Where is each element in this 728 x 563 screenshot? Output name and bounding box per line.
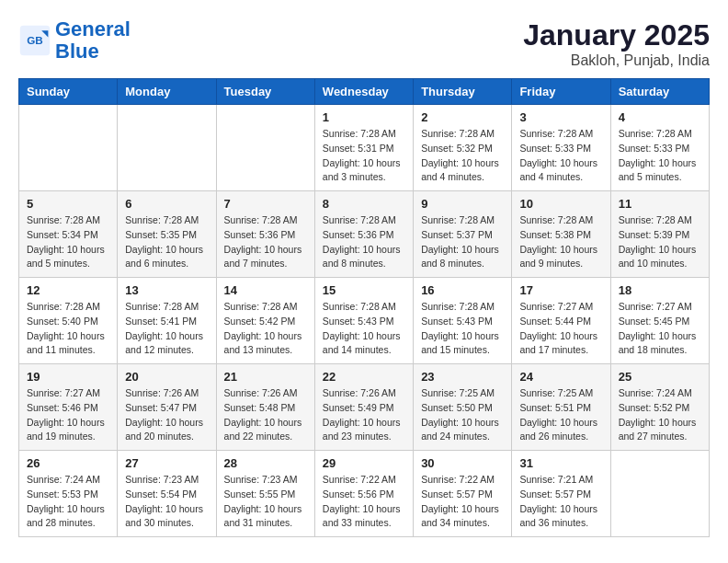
day-number: 4 [619,110,701,124]
calendar-cell: 19Sunrise: 7:27 AM Sunset: 5:46 PM Dayli… [19,364,118,451]
calendar-cell [19,105,118,191]
day-number: 13 [125,283,208,297]
weekday-header-wednesday: Wednesday [314,79,413,105]
day-info: Sunrise: 7:23 AM Sunset: 5:54 PM Dayligh… [125,473,208,531]
day-info: Sunrise: 7:28 AM Sunset: 5:39 PM Dayligh… [619,213,701,271]
calendar-cell: 21Sunrise: 7:26 AM Sunset: 5:48 PM Dayli… [216,364,314,451]
calendar-cell: 3Sunrise: 7:28 AM Sunset: 5:33 PM Daylig… [512,105,610,191]
calendar-cell: 10Sunrise: 7:28 AM Sunset: 5:38 PM Dayli… [512,191,610,278]
day-number: 10 [519,197,602,211]
day-info: Sunrise: 7:27 AM Sunset: 5:46 PM Dayligh… [27,386,109,444]
day-number: 3 [519,110,602,124]
day-info: Sunrise: 7:28 AM Sunset: 5:42 PM Dayligh… [224,300,307,358]
location: Bakloh, Punjab, India [523,52,710,69]
week-row-5: 26Sunrise: 7:24 AM Sunset: 5:53 PM Dayli… [19,451,710,537]
day-info: Sunrise: 7:28 AM Sunset: 5:31 PM Dayligh… [323,127,405,185]
calendar-cell: 2Sunrise: 7:28 AM Sunset: 5:32 PM Daylig… [414,105,512,191]
logo: GB General Blue [18,18,131,63]
logo-icon: GB [18,24,51,57]
day-number: 8 [323,197,405,211]
day-number: 5 [27,197,109,211]
day-number: 7 [224,197,307,211]
calendar-cell: 26Sunrise: 7:24 AM Sunset: 5:53 PM Dayli… [19,451,118,537]
week-row-1: 1Sunrise: 7:28 AM Sunset: 5:31 PM Daylig… [19,105,710,191]
day-number: 31 [519,456,602,470]
calendar-cell: 18Sunrise: 7:27 AM Sunset: 5:45 PM Dayli… [610,278,709,364]
calendar-cell: 11Sunrise: 7:28 AM Sunset: 5:39 PM Dayli… [610,191,709,278]
title-block: January 2025 Bakloh, Punjab, India [523,18,710,69]
day-number: 6 [125,197,208,211]
day-number: 27 [125,456,208,470]
calendar-cell: 17Sunrise: 7:27 AM Sunset: 5:44 PM Dayli… [512,278,610,364]
day-number: 17 [519,283,602,297]
day-info: Sunrise: 7:28 AM Sunset: 5:40 PM Dayligh… [27,300,109,358]
day-info: Sunrise: 7:24 AM Sunset: 5:52 PM Dayligh… [619,386,701,444]
day-number: 21 [224,370,307,384]
calendar-cell: 9Sunrise: 7:28 AM Sunset: 5:37 PM Daylig… [414,191,512,278]
day-number: 30 [421,456,504,470]
weekday-header-sunday: Sunday [19,79,118,105]
calendar-cell: 23Sunrise: 7:25 AM Sunset: 5:50 PM Dayli… [414,364,512,451]
day-info: Sunrise: 7:28 AM Sunset: 5:38 PM Dayligh… [519,213,602,271]
calendar-cell: 22Sunrise: 7:26 AM Sunset: 5:49 PM Dayli… [314,364,413,451]
day-info: Sunrise: 7:21 AM Sunset: 5:57 PM Dayligh… [519,473,602,531]
day-number: 22 [323,370,405,384]
month-title: January 2025 [523,18,710,52]
calendar-cell: 13Sunrise: 7:28 AM Sunset: 5:41 PM Dayli… [118,278,216,364]
calendar-cell: 7Sunrise: 7:28 AM Sunset: 5:36 PM Daylig… [216,191,314,278]
weekday-header-tuesday: Tuesday [216,79,314,105]
calendar-cell: 29Sunrise: 7:22 AM Sunset: 5:56 PM Dayli… [314,451,413,537]
day-info: Sunrise: 7:22 AM Sunset: 5:57 PM Dayligh… [421,473,504,531]
day-number: 19 [27,370,109,384]
week-row-4: 19Sunrise: 7:27 AM Sunset: 5:46 PM Dayli… [19,364,710,451]
day-number: 14 [224,283,307,297]
day-number: 26 [27,456,109,470]
calendar-cell: 16Sunrise: 7:28 AM Sunset: 5:43 PM Dayli… [414,278,512,364]
day-number: 24 [519,370,602,384]
day-number: 18 [619,283,701,297]
day-info: Sunrise: 7:26 AM Sunset: 5:47 PM Dayligh… [125,386,208,444]
day-info: Sunrise: 7:27 AM Sunset: 5:45 PM Dayligh… [619,300,701,358]
calendar-cell: 5Sunrise: 7:28 AM Sunset: 5:34 PM Daylig… [19,191,118,278]
day-info: Sunrise: 7:25 AM Sunset: 5:50 PM Dayligh… [421,386,504,444]
weekday-header-thursday: Thursday [414,79,512,105]
calendar-cell: 14Sunrise: 7:28 AM Sunset: 5:42 PM Dayli… [216,278,314,364]
calendar-cell: 4Sunrise: 7:28 AM Sunset: 5:33 PM Daylig… [610,105,709,191]
day-number: 28 [224,456,307,470]
weekday-header-friday: Friday [512,79,610,105]
day-number: 29 [323,456,405,470]
calendar-cell: 8Sunrise: 7:28 AM Sunset: 5:36 PM Daylig… [314,191,413,278]
page-header: GB General Blue January 2025 Bakloh, Pun… [18,18,710,69]
calendar-table: SundayMondayTuesdayWednesdayThursdayFrid… [18,78,710,537]
day-info: Sunrise: 7:28 AM Sunset: 5:33 PM Dayligh… [619,127,701,185]
day-number: 23 [421,370,504,384]
day-number: 20 [125,370,208,384]
week-row-2: 5Sunrise: 7:28 AM Sunset: 5:34 PM Daylig… [19,191,710,278]
weekday-header-saturday: Saturday [610,79,709,105]
day-info: Sunrise: 7:28 AM Sunset: 5:36 PM Dayligh… [224,213,307,271]
day-info: Sunrise: 7:28 AM Sunset: 5:35 PM Dayligh… [125,213,208,271]
day-info: Sunrise: 7:28 AM Sunset: 5:41 PM Dayligh… [125,300,208,358]
weekday-header-monday: Monday [118,79,216,105]
calendar-cell: 28Sunrise: 7:23 AM Sunset: 5:55 PM Dayli… [216,451,314,537]
calendar-cell: 1Sunrise: 7:28 AM Sunset: 5:31 PM Daylig… [314,105,413,191]
day-info: Sunrise: 7:28 AM Sunset: 5:33 PM Dayligh… [519,127,602,185]
calendar-cell [610,451,709,537]
calendar-cell [216,105,314,191]
day-info: Sunrise: 7:27 AM Sunset: 5:44 PM Dayligh… [519,300,602,358]
day-info: Sunrise: 7:28 AM Sunset: 5:36 PM Dayligh… [323,213,405,271]
day-info: Sunrise: 7:28 AM Sunset: 5:43 PM Dayligh… [323,300,405,358]
day-info: Sunrise: 7:28 AM Sunset: 5:32 PM Dayligh… [421,127,504,185]
svg-text:GB: GB [27,34,43,46]
day-info: Sunrise: 7:22 AM Sunset: 5:56 PM Dayligh… [323,473,405,531]
day-info: Sunrise: 7:28 AM Sunset: 5:34 PM Dayligh… [27,213,109,271]
calendar-cell: 6Sunrise: 7:28 AM Sunset: 5:35 PM Daylig… [118,191,216,278]
day-number: 25 [619,370,701,384]
day-info: Sunrise: 7:28 AM Sunset: 5:37 PM Dayligh… [421,213,504,271]
calendar-cell: 27Sunrise: 7:23 AM Sunset: 5:54 PM Dayli… [118,451,216,537]
day-number: 15 [323,283,405,297]
day-number: 11 [619,197,701,211]
day-number: 1 [323,110,405,124]
day-info: Sunrise: 7:25 AM Sunset: 5:51 PM Dayligh… [519,386,602,444]
day-number: 2 [421,110,504,124]
